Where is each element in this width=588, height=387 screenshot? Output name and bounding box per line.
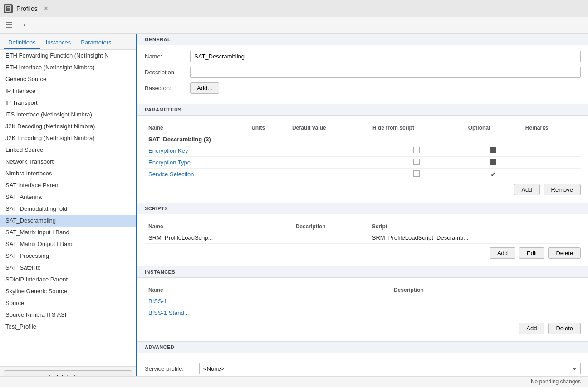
scripts-col-name: Name	[145, 222, 292, 232]
sidebar-item[interactable]: SAT_Matrix Output LBand	[0, 238, 136, 250]
scripts-actions: Add Edit Delete	[145, 244, 581, 261]
scripts-add-button[interactable]: Add	[490, 247, 515, 259]
scripts-col-script: Script	[368, 222, 581, 232]
instances-row: BISS-1	[145, 295, 581, 307]
optional-checkbox[interactable]: ✓	[490, 171, 496, 178]
app-icon	[4, 4, 13, 13]
based-on-label: Based on:	[145, 85, 190, 92]
scripts-delete-button[interactable]: Delete	[548, 247, 581, 259]
sidebar-item[interactable]: SDIoIP Interface Parent	[0, 274, 136, 285]
params-row: Encryption Type	[145, 157, 581, 169]
sidebar-item[interactable]: Nimbra Interfaces	[0, 168, 136, 179]
instances-col-name: Name	[145, 285, 390, 295]
sidebar-item[interactable]: Generic Source	[0, 73, 136, 85]
scripts-section: SCRIPTS Name Description Script SRM_Prof…	[136, 203, 588, 266]
params-remove-button[interactable]: Remove	[544, 184, 581, 195]
general-section: GENERAL Name: Description Based on: Add.…	[136, 34, 588, 104]
col-remarks: Remarks	[522, 123, 581, 133]
sidebar-item[interactable]: ETH Interface (NetInsight Nimbra)	[0, 62, 136, 73]
hamburger-button[interactable]: ☰	[4, 19, 15, 32]
sidebar-item[interactable]: ITS Interface (NetInsight Nimbra)	[0, 109, 136, 121]
col-hide: Hide from script	[369, 123, 465, 133]
sidebar-list: ETH Forwarding Function (NetInsight NETH…	[0, 50, 136, 366]
param-name-link[interactable]: Encryption Type	[148, 159, 191, 166]
col-units: Units	[248, 123, 289, 133]
sidebar-item[interactable]: Linked Source	[0, 144, 136, 156]
service-profile-label: Service profile:	[145, 365, 199, 372]
description-input[interactable]	[190, 67, 581, 78]
sidebar-tabs: Definitions Instances Parameters	[0, 34, 136, 50]
parameters-section-header: PARAMETERS	[137, 104, 588, 116]
sidebar-item[interactable]: SAT_Satellite	[0, 262, 136, 274]
sidebar-item[interactable]: SAT_Processing	[0, 250, 136, 262]
general-section-body: Name: Description Based on: Add...	[137, 45, 588, 104]
sidebar-item[interactable]: SAT Interface Parent	[0, 179, 136, 191]
based-on-row: Based on: Add...	[145, 82, 581, 94]
instance-name-link[interactable]: BISS-1	[148, 298, 167, 305]
sidebar-item[interactable]: IP Interface	[0, 85, 136, 97]
sidebar-item[interactable]: SAT_Antenna	[0, 191, 136, 203]
scripts-row: SRM_ProfileLoadScrip...SRM_ProfileLoadSc…	[145, 232, 581, 244]
service-profile-select[interactable]: <None>	[199, 363, 581, 374]
params-row: Encryption Key	[145, 145, 581, 157]
status-bar: No pending changes	[0, 376, 588, 387]
param-name-link[interactable]: Encryption Key	[148, 147, 188, 154]
optional-checkbox[interactable]	[490, 159, 496, 165]
instances-actions: Add Delete	[145, 319, 581, 336]
sidebar-item[interactable]: ETH Forwarding Function (NetInsight N	[0, 50, 136, 62]
params-group-label: SAT_Descrambling (3)	[145, 133, 581, 145]
scripts-table: Name Description Script SRM_ProfileLoadS…	[145, 222, 581, 244]
name-row: Name:	[145, 51, 581, 62]
instances-table: Name Description BISS-1BISS-1 Stand...	[145, 285, 581, 319]
sidebar-item[interactable]: SAT_Demodulating_old	[0, 203, 136, 215]
params-actions: Add Remove	[145, 180, 581, 197]
col-optional: Optional	[465, 123, 522, 133]
scripts-section-header: SCRIPTS	[137, 203, 588, 214]
tab-definitions[interactable]: Definitions	[4, 36, 40, 49]
parameters-table: Name Units Default value Hide from scrip…	[145, 123, 581, 180]
tab-parameters[interactable]: Parameters	[76, 36, 116, 49]
sidebar-item[interactable]: SAT_Matrix Input LBand	[0, 227, 136, 238]
back-button[interactable]: ←	[20, 19, 32, 32]
hide-from-script-checkbox[interactable]	[413, 170, 420, 177]
description-label: Description	[145, 69, 190, 76]
hide-from-script-checkbox[interactable]	[413, 147, 420, 153]
app-body: Definitions Instances Parameters ETH For…	[0, 34, 588, 387]
instances-section: INSTANCES Name Description BISS-1BISS-1 …	[136, 266, 588, 341]
tab-instances[interactable]: Instances	[41, 36, 76, 49]
based-on-add-button[interactable]: Add...	[190, 82, 219, 94]
optional-checkbox[interactable]	[490, 147, 496, 153]
params-add-button[interactable]: Add	[514, 184, 539, 195]
col-default: Default value	[289, 123, 369, 133]
sidebar-item[interactable]: Source Nimbra ITS ASI	[0, 309, 136, 321]
sidebar-item[interactable]: Network Transport	[0, 156, 136, 168]
app-title: Profiles	[16, 5, 38, 12]
sidebar: Definitions Instances Parameters ETH For…	[0, 34, 136, 387]
general-section-header: GENERAL	[137, 34, 588, 45]
sidebar-item[interactable]: SAT_Descrambling	[0, 215, 136, 227]
scripts-col-desc: Description	[292, 222, 368, 232]
hide-from-script-checkbox[interactable]	[413, 159, 420, 165]
scripts-edit-button[interactable]: Edit	[519, 247, 544, 259]
instances-add-button[interactable]: Add	[519, 323, 544, 334]
instances-col-desc: Description	[390, 285, 581, 295]
instances-delete-button[interactable]: Delete	[548, 323, 581, 334]
sidebar-item[interactable]: IP Transport	[0, 97, 136, 109]
sidebar-item[interactable]: J2K Encoding (NetInsight Nimbra)	[0, 132, 136, 144]
sidebar-item[interactable]: Source	[0, 297, 136, 309]
advanced-section-header: ADVANCED	[137, 341, 588, 353]
sidebar-item[interactable]: Test_Profile	[0, 321, 136, 333]
scripts-section-body: Name Description Script SRM_ProfileLoadS…	[137, 214, 588, 266]
param-name-link[interactable]: Service Selection	[148, 171, 194, 178]
params-row: Service Selection✓	[145, 169, 581, 180]
name-input[interactable]	[190, 51, 581, 62]
main-content: GENERAL Name: Description Based on: Add.…	[136, 34, 588, 387]
sidebar-item[interactable]: Skyline Generic Source	[0, 285, 136, 297]
toolbar: ☰ ←	[0, 17, 588, 34]
sidebar-item[interactable]: J2K Decoding (NetInsight Nimbra)	[0, 121, 136, 132]
description-row: Description	[145, 67, 581, 78]
close-button[interactable]: ×	[41, 4, 51, 14]
parameters-section-body: Name Units Default value Hide from scrip…	[137, 116, 588, 203]
instance-name-link[interactable]: BISS-1 Stand...	[148, 310, 189, 316]
params-group-row: SAT_Descrambling (3)	[145, 133, 581, 145]
